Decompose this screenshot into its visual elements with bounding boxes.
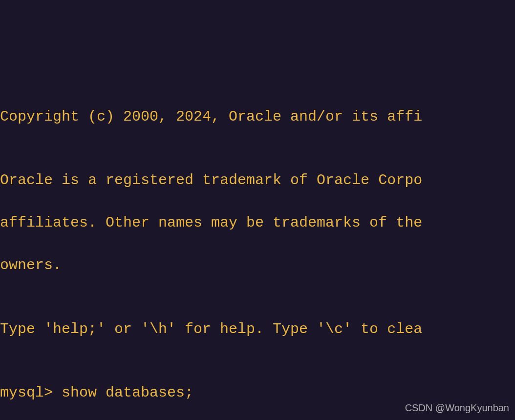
trademark-line-2: affiliates. Other names may be trademark… [0, 212, 515, 234]
terminal-output: Copyright (c) 2000, 2024, Oracle and/or … [0, 85, 515, 420]
help-line: Type 'help;' or '\h' for help. Type '\c'… [0, 319, 515, 340]
trademark-line-1: Oracle is a registered trademark of Orac… [0, 170, 515, 191]
mysql-prompt-command[interactable]: mysql> show databases; [0, 382, 515, 404]
watermark-label: CSDN @WongKyunban [405, 401, 509, 415]
trademark-line-3: owners. [0, 255, 515, 276]
copyright-line: Copyright (c) 2000, 2024, Oracle and/or … [0, 106, 515, 128]
